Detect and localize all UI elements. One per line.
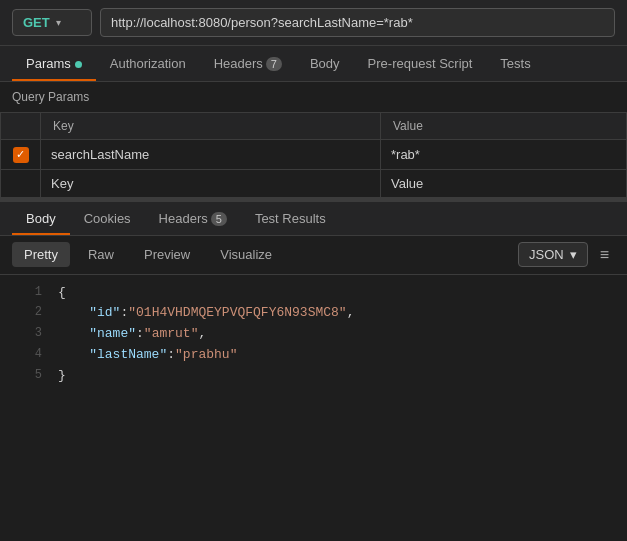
bottom-tab-cookies[interactable]: Cookies — [70, 202, 145, 235]
empty-key[interactable]: Key — [41, 169, 381, 197]
params-table: Key Value searchLastName *rab* Key Value — [0, 112, 627, 198]
json-chevron-icon: ▾ — [570, 247, 577, 262]
url-bar: GET ▾ — [0, 0, 627, 46]
bottom-tab-bar: Body Cookies Headers5 Test Results — [0, 202, 627, 236]
row-checkbox-cell[interactable] — [1, 140, 41, 170]
json-close-brace: } — [58, 366, 66, 387]
json-key-name: "name" — [58, 324, 136, 345]
line-num-3: 3 — [12, 324, 42, 345]
json-value-id: "01H4VHDMQEYPVQFQFY6N93SMC8" — [128, 303, 346, 324]
checkbox-checked[interactable] — [13, 147, 29, 163]
table-empty-row: Key Value — [1, 169, 627, 197]
bottom-tab-testresults[interactable]: Test Results — [241, 202, 340, 235]
format-raw[interactable]: Raw — [76, 242, 126, 267]
tab-body[interactable]: Body — [296, 46, 354, 81]
th-key: Key — [41, 113, 381, 140]
th-checkbox — [1, 113, 41, 140]
th-value: Value — [381, 113, 627, 140]
format-pretty[interactable]: Pretty — [12, 242, 70, 267]
top-tab-bar: Params Authorization Headers7 Body Pre-r… — [0, 46, 627, 82]
query-params-label: Query Params — [0, 82, 627, 112]
tab-tests[interactable]: Tests — [486, 46, 544, 81]
json-open-brace: { — [58, 283, 66, 304]
json-line-3: 3 "name": "amrut", — [0, 324, 627, 345]
line-num-5: 5 — [12, 366, 42, 387]
line-num-2: 2 — [12, 303, 42, 324]
json-output: 1 { 2 "id": "01H4VHDMQEYPVQFQFY6N93SMC8"… — [0, 275, 627, 395]
json-key-lastname: "lastName" — [58, 345, 167, 366]
line-num-4: 4 — [12, 345, 42, 366]
json-line-4: 4 "lastName": "prabhu" — [0, 345, 627, 366]
json-value-name: "amrut" — [144, 324, 199, 345]
json-line-5: 5 } — [0, 366, 627, 387]
format-visualize[interactable]: Visualize — [208, 242, 284, 267]
method-label: GET — [23, 15, 50, 30]
format-preview[interactable]: Preview — [132, 242, 202, 267]
chevron-down-icon: ▾ — [56, 17, 61, 28]
tab-authorization[interactable]: Authorization — [96, 46, 200, 81]
method-selector[interactable]: GET ▾ — [12, 9, 92, 36]
json-value-lastname: "prabhu" — [175, 345, 237, 366]
param-value[interactable]: *rab* — [381, 140, 627, 170]
tab-headers[interactable]: Headers7 — [200, 46, 296, 81]
json-key-id: "id" — [58, 303, 120, 324]
table-row: searchLastName *rab* — [1, 140, 627, 170]
response-toolbar: Pretty Raw Preview Visualize JSON ▾ ≡ — [0, 236, 627, 275]
empty-value[interactable]: Value — [381, 169, 627, 197]
json-line-1: 1 { — [0, 283, 627, 304]
bottom-tab-body[interactable]: Body — [12, 202, 70, 235]
empty-checkbox-cell — [1, 169, 41, 197]
json-format-selector[interactable]: JSON ▾ — [518, 242, 588, 267]
params-dot — [75, 61, 82, 68]
json-line-2: 2 "id": "01H4VHDMQEYPVQFQFY6N93SMC8", — [0, 303, 627, 324]
tab-prerequest[interactable]: Pre-request Script — [354, 46, 487, 81]
bottom-tab-headers[interactable]: Headers5 — [145, 202, 241, 235]
url-input[interactable] — [100, 8, 615, 37]
wrap-button[interactable]: ≡ — [594, 242, 615, 268]
tab-params[interactable]: Params — [12, 46, 96, 81]
param-key[interactable]: searchLastName — [41, 140, 381, 170]
line-num-1: 1 — [12, 283, 42, 304]
json-format-label: JSON — [529, 247, 564, 262]
